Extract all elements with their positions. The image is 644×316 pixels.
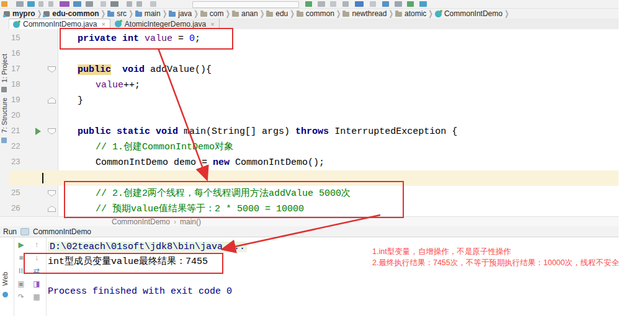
toolbar-icon[interactable] [419, 1, 427, 7]
toolbar-icon[interactable] [192, 1, 299, 8]
pause-output-button[interactable]: II [16, 266, 26, 276]
code-line-24[interactable] [9, 170, 619, 186]
breadcrumb-item-java[interactable]: java [169, 9, 192, 18]
chevron-right-icon: › [174, 217, 176, 226]
code-editor[interactable]: 151617181920212223242526 private int val… [9, 29, 619, 216]
restore-layout-button[interactable]: ⇄ [32, 266, 42, 276]
chevron-right-icon: ❯ [163, 9, 168, 18]
code-line-19[interactable]: } [9, 93, 619, 108]
toolbar-icon[interactable] [48, 1, 53, 7]
bottom-tool-window-strip: Web [0, 237, 14, 316]
code-line-22[interactable]: // 1.创建CommonIntDemo对象 [9, 139, 619, 155]
toolbar-icon[interactable] [136, 1, 142, 7]
code-line-23[interactable]: CommonIntDemo demo = new CommonIntDemo()… [9, 155, 619, 170]
breadcrumb-item-edu-common[interactable]: edu-common [43, 9, 99, 18]
toolbar-icon[interactable] [370, 1, 376, 7]
toolbar-icon[interactable] [38, 1, 43, 7]
console-line-system: Process finished with exit code 0 [48, 286, 232, 298]
code-line-15[interactable]: private int value = 0; [9, 31, 619, 46]
toolbar-icon[interactable] [395, 1, 402, 7]
breadcrumb-item-atomic[interactable]: atomic [395, 9, 426, 18]
toolbar-icon[interactable] [305, 1, 312, 7]
breadcrumb-class[interactable]: CommonIntDemo [112, 217, 170, 226]
breadcrumb-item-newthread[interactable]: newthread [342, 9, 387, 18]
breadcrumb-item-mypro[interactable]: mypro [4, 9, 35, 18]
folder-gray-icon [266, 12, 273, 17]
folder-gray-icon [297, 12, 303, 17]
pin-console-button[interactable]: ◨ [32, 279, 42, 289]
tool-window-project[interactable]: 1: Project [1, 51, 8, 86]
toolbar-icon[interactable] [382, 1, 389, 7]
toolbar-icon[interactable] [355, 1, 364, 7]
breadcrumb-item-edu[interactable]: edu [266, 9, 288, 18]
chevron-right-icon: ❯ [260, 9, 265, 18]
folder-gray-icon [232, 12, 239, 17]
project-icon [1, 87, 7, 92]
run-tab-label[interactable]: CommonIntDemo [33, 227, 91, 236]
web-icon [2, 292, 8, 297]
breadcrumb-item-anan[interactable]: anan [232, 9, 258, 18]
toolbar-icon[interactable] [330, 1, 336, 7]
folder-blue-icon [169, 12, 176, 17]
class-icon [435, 11, 442, 17]
toolbar-icon[interactable] [1, 1, 7, 7]
editor-tab-bar: CommonIntDemo.java×AtomicIntegerDemo.jav… [9, 19, 619, 30]
up-stack-trace-button[interactable]: ↑ [32, 240, 42, 250]
folder-gray-icon [200, 12, 207, 17]
code-line-25[interactable]: // 2.创建2两个线程，每个线程调用方法addValue 5000次 [9, 186, 619, 201]
toolbar-icon[interactable] [101, 1, 106, 7]
toolbar-icon[interactable] [110, 1, 119, 7]
breadcrumb-item-src[interactable]: src [107, 9, 127, 18]
toolbar-icon[interactable] [342, 1, 349, 7]
console-line-result: int型成员变量value最终结果：7455 [48, 256, 208, 268]
breadcrumb-item-main[interactable]: main [135, 9, 161, 18]
toolbar-icon[interactable] [407, 1, 414, 7]
toolbar-icon[interactable] [150, 1, 156, 7]
console-output[interactable]: D:\02teach\01soft\jdk8\bin\java ...int型成… [48, 237, 619, 316]
tab-atomicintegerdemo-java[interactable]: AtomicIntegerDemo.java× [110, 19, 220, 29]
exit-button[interactable]: ↷ [16, 292, 26, 302]
rerun-button[interactable]: ▶ [16, 240, 26, 250]
editor-breadcrumb-bar: CommonIntDemo › main() [0, 216, 619, 227]
module-icon [4, 11, 10, 17]
code-line-21[interactable]: public static void main(String[] args) t… [9, 124, 619, 139]
class-icon [115, 20, 122, 27]
toolbar-icon[interactable] [127, 1, 132, 7]
close-icon[interactable]: × [101, 20, 105, 28]
toolbar-icon[interactable] [318, 1, 325, 7]
code-line-18[interactable]: value++; [9, 77, 619, 93]
run-console-panel: Web ▶■II▣↷↑↓⇄◨▦ D:\02teach\01soft\jdk8\b… [0, 237, 619, 316]
code-line-20[interactable] [9, 108, 619, 124]
breadcrumb-method[interactable]: main() [180, 217, 201, 226]
chevron-right-icon: ❯ [101, 9, 106, 18]
tool-window-structure[interactable]: 7: Structure [1, 95, 8, 136]
folder-gray-icon [342, 12, 349, 17]
run-toolbar: ▶■II▣↷↑↓⇄◨▦ [14, 237, 47, 316]
down-stack-trace-button[interactable]: ↓ [32, 253, 42, 263]
toolbar-icon[interactable] [16, 1, 24, 7]
toolbar-icon[interactable] [86, 1, 93, 7]
screenshot-button[interactable]: ▣ [16, 279, 26, 289]
toolbar-icon[interactable] [60, 1, 69, 7]
ide-window: mypro❯edu-common❯src❯main❯java❯com❯anan❯… [0, 0, 644, 316]
toolbar-icon[interactable] [27, 1, 35, 7]
code-line-16[interactable] [9, 46, 619, 62]
code-line-17[interactable]: public void addValue(){ [9, 62, 619, 77]
chevron-right-icon: ❯ [428, 9, 433, 18]
chevron-right-icon: ❯ [504, 9, 509, 18]
chevron-right-icon: ❯ [336, 9, 341, 18]
print-button[interactable]: ▦ [32, 292, 42, 302]
breadcrumb-item-commonintdemo[interactable]: CommonIntDemo [435, 9, 503, 18]
main-toolbar [0, 0, 619, 9]
tool-window-web[interactable]: Web [1, 271, 9, 287]
breadcrumb-item-common[interactable]: common [297, 9, 334, 18]
run-tool-window-header: Run CommonIntDemo [0, 226, 619, 237]
annotation-note-1: 1.int型变量，自增操作，不是原子性操作 [372, 247, 511, 257]
code-line-26[interactable]: // 预期value值结果等于：2 * 5000 = 10000 [9, 201, 619, 217]
chevron-right-icon: ❯ [388, 9, 393, 18]
stop-button[interactable]: ■ [16, 253, 26, 263]
breadcrumb-item-com[interactable]: com [200, 9, 224, 18]
tab-commonintdemo-java[interactable]: CommonIntDemo.java× [9, 19, 110, 29]
toolbar-icon[interactable] [73, 1, 81, 7]
close-icon[interactable]: × [210, 20, 214, 28]
